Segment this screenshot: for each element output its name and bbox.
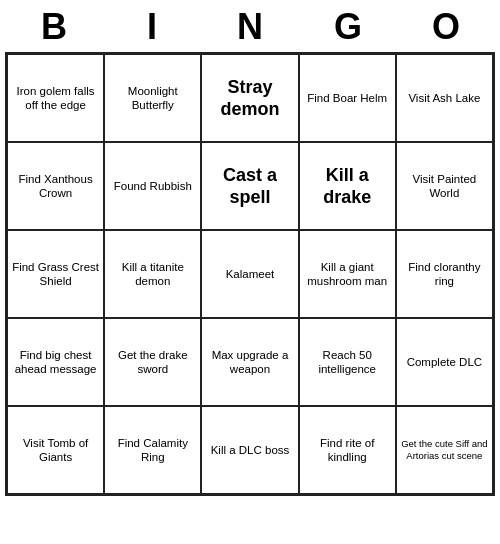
cell-r3-c2: Max upgrade a weapon [201,318,298,406]
bingo-letter: I [108,6,196,48]
cell-r4-c0: Visit Tomb of Giants [7,406,104,494]
cell-r0-c3: Find Boar Helm [299,54,396,142]
bingo-grid: Iron golem falls off the edgeMoonlight B… [5,52,495,496]
cell-r4-c1: Find Calamity Ring [104,406,201,494]
cell-r0-c2: Stray demon [201,54,298,142]
cell-r1-c4: Visit Painted World [396,142,493,230]
bingo-letter: G [304,6,392,48]
bingo-header: BINGO [5,0,495,52]
cell-r0-c0: Iron golem falls off the edge [7,54,104,142]
cell-r1-c2: Cast a spell [201,142,298,230]
cell-r2-c1: Kill a titanite demon [104,230,201,318]
cell-r4-c2: Kill a DLC boss [201,406,298,494]
cell-r2-c3: Kill a giant mushroom man [299,230,396,318]
cell-r1-c1: Found Rubbish [104,142,201,230]
bingo-letter: O [402,6,490,48]
cell-r3-c0: Find big chest ahead message [7,318,104,406]
cell-r1-c0: Find Xanthous Crown [7,142,104,230]
bingo-letter: N [206,6,294,48]
cell-r3-c4: Complete DLC [396,318,493,406]
cell-r2-c2: Kalameet [201,230,298,318]
bingo-letter: B [10,6,98,48]
cell-r2-c0: Find Grass Crest Shield [7,230,104,318]
cell-r4-c4: Get the cute Siff and Artorias cut scene [396,406,493,494]
cell-r3-c3: Reach 50 intelligence [299,318,396,406]
cell-r0-c1: Moonlight Butterfly [104,54,201,142]
cell-r2-c4: Find cloranthy ring [396,230,493,318]
cell-r3-c1: Get the drake sword [104,318,201,406]
cell-r1-c3: Kill a drake [299,142,396,230]
cell-r4-c3: Find rite of kindling [299,406,396,494]
cell-r0-c4: Visit Ash Lake [396,54,493,142]
